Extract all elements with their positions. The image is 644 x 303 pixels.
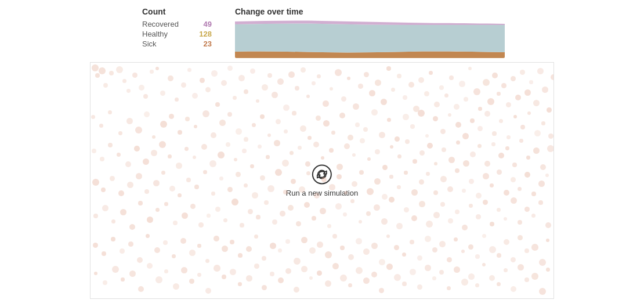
simulation-dot <box>475 283 479 287</box>
healthy-value: 128 <box>199 30 212 38</box>
simulation-dot <box>215 102 220 107</box>
simulation-dot <box>121 277 125 282</box>
simulation-dot <box>294 258 301 265</box>
simulation-dot <box>498 153 504 158</box>
simulation-dot <box>512 163 517 167</box>
simulation-dot <box>340 246 345 250</box>
simulation-dot <box>533 147 540 154</box>
simulation-dot <box>332 263 339 269</box>
simulation-dot <box>144 111 150 117</box>
simulation-dot <box>551 74 554 80</box>
simulation-dot <box>108 110 112 114</box>
simulation-dot <box>367 157 371 161</box>
simulation-dot <box>173 283 179 290</box>
simulation-dot <box>343 212 347 217</box>
simulation-dot <box>434 162 437 165</box>
simulation-dot <box>433 190 438 195</box>
simulation-dot <box>482 234 486 238</box>
simulation-dot <box>518 264 524 270</box>
simulation-dot <box>410 240 414 244</box>
simulation-dot <box>222 275 226 279</box>
simulation-dot <box>339 113 345 118</box>
sick-value: 23 <box>204 39 212 48</box>
sick-label: Sick <box>142 39 157 48</box>
simulation-dot <box>244 183 248 187</box>
simulation-dot <box>506 135 511 139</box>
simulation-dot <box>244 137 248 142</box>
simulation-dot <box>417 284 422 290</box>
simulation-dot <box>175 98 179 102</box>
simulation-dot <box>155 276 162 283</box>
simulation-dot <box>207 214 211 218</box>
simulation-dot <box>127 182 133 188</box>
simulation-dot <box>348 283 352 287</box>
simulation-dot <box>278 277 284 283</box>
simulation-dot <box>110 176 115 181</box>
simulation-dot <box>260 114 265 119</box>
simulation-dot <box>366 211 371 216</box>
simulation-dot <box>101 187 106 192</box>
simulation-dot <box>203 170 207 174</box>
simulation-dot <box>520 70 525 75</box>
simulation-dot <box>547 107 552 113</box>
simulation-dot <box>258 145 262 149</box>
simulation-dot <box>298 146 302 150</box>
simulation-dot <box>227 187 233 192</box>
simulation-dot <box>214 265 220 272</box>
simulation-dot <box>489 275 495 281</box>
simulation-dot <box>425 134 429 138</box>
simulation-dot <box>462 225 468 230</box>
simulation-dot <box>272 219 277 225</box>
simulation-dot <box>386 264 393 270</box>
simulation-dot <box>300 125 306 132</box>
simulation-dot <box>309 276 313 280</box>
simulation-dot <box>117 153 121 157</box>
simulation-dot <box>455 122 461 128</box>
simulation-dot <box>545 174 549 177</box>
simulation-dot <box>419 150 425 156</box>
simulation-dot <box>132 73 138 78</box>
simulation-dot <box>391 88 395 92</box>
simulation-dot <box>454 266 460 273</box>
simulation-dot <box>419 179 424 185</box>
simulation-dot <box>209 160 216 167</box>
simulation-dot <box>511 197 517 204</box>
simulation-dot <box>411 215 417 221</box>
simulation-dot <box>358 84 363 89</box>
simulation-dot <box>359 170 364 175</box>
simulation-dot <box>442 147 446 152</box>
simulation-dot <box>231 199 238 205</box>
simulation-dot <box>111 237 115 241</box>
simulation-dot <box>506 102 511 107</box>
simulation-dot <box>301 67 306 73</box>
simulation-dot <box>518 235 523 240</box>
simulation-dot <box>402 282 407 286</box>
simulation-dot <box>531 214 536 218</box>
simulation-dot <box>386 66 391 71</box>
simulation-dot <box>533 100 540 106</box>
simulation-dot <box>515 95 521 100</box>
simulation-dot <box>396 223 403 229</box>
simulation-dot <box>236 172 241 177</box>
simulation-dot <box>155 67 159 70</box>
simulation-dot <box>305 161 310 167</box>
simulation-dot <box>348 254 354 260</box>
simulation-dot <box>94 272 97 275</box>
simulation-dot <box>137 257 143 263</box>
simulation-dot <box>381 99 387 105</box>
simulation-dot <box>478 107 482 111</box>
simulation-dot <box>499 119 503 123</box>
simulation-dot <box>211 192 215 196</box>
simulation-dot <box>248 209 253 214</box>
simulation-dot <box>330 87 333 91</box>
simulation-dot <box>379 259 385 265</box>
simulation-dot <box>539 259 546 266</box>
simulation-dot <box>504 268 508 272</box>
simulation-dot <box>272 92 278 98</box>
simulation-dot <box>418 110 425 117</box>
simulation-dot <box>375 80 381 86</box>
simulation-dot <box>111 219 115 223</box>
simulation-dot <box>352 153 356 157</box>
simulation-dot <box>214 236 219 241</box>
simulation-dot <box>433 116 438 121</box>
